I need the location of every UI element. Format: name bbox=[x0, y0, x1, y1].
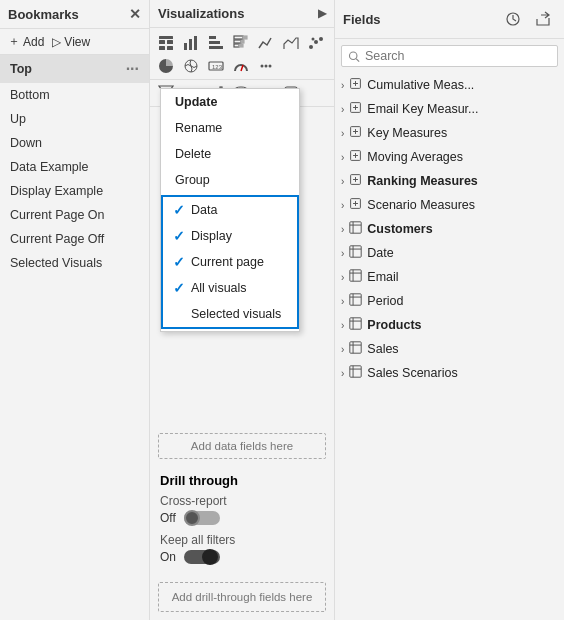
svg-rect-67 bbox=[350, 318, 361, 329]
field-group-period[interactable]: › Period bbox=[335, 289, 564, 313]
field-group-products[interactable]: › Products bbox=[335, 313, 564, 337]
bookmark-item-bottom[interactable]: Bottom··· bbox=[0, 83, 149, 107]
svg-point-26 bbox=[265, 65, 268, 68]
table-icon bbox=[349, 365, 362, 381]
svg-rect-61 bbox=[350, 270, 361, 281]
chevron-right-icon: › bbox=[341, 272, 344, 283]
context-menu-delete[interactable]: Delete bbox=[161, 141, 299, 167]
chevron-right-icon: › bbox=[341, 296, 344, 307]
context-menu: Update Rename Delete Group ✓ Data ✓ Disp… bbox=[160, 88, 300, 332]
search-input[interactable] bbox=[365, 49, 551, 63]
field-group-scenario-measures[interactable]: › Scenario Measures bbox=[335, 193, 564, 217]
context-menu-update[interactable]: Update bbox=[161, 89, 299, 115]
svg-rect-11 bbox=[234, 44, 239, 47]
cross-report-label: Cross-report bbox=[160, 494, 324, 508]
checkbox-selected-visuals[interactable]: ✓ Selected visuals bbox=[163, 301, 297, 327]
viz-icon-scatter[interactable] bbox=[304, 32, 328, 54]
viz-icon-map[interactable] bbox=[179, 55, 203, 77]
view-icon: ▷ bbox=[52, 35, 61, 49]
check-data-icon: ✓ bbox=[173, 202, 185, 218]
field-group-sales[interactable]: › Sales bbox=[335, 337, 564, 361]
keep-filters-toggle[interactable] bbox=[184, 550, 220, 564]
svg-rect-16 bbox=[243, 36, 247, 39]
viz-icon-line[interactable] bbox=[254, 32, 278, 54]
svg-rect-2 bbox=[167, 40, 173, 44]
bookmarks-view-button[interactable]: ▷ View bbox=[52, 35, 90, 49]
bookmarks-title-label: Bookmarks bbox=[8, 7, 79, 22]
keep-filters-toggle-thumb bbox=[202, 549, 218, 565]
chevron-right-icon: › bbox=[341, 344, 344, 355]
svg-rect-10 bbox=[209, 46, 223, 49]
viz-icon-area[interactable] bbox=[279, 32, 303, 54]
svg-rect-1 bbox=[159, 40, 165, 44]
drill-through-section: Drill through Cross-report Off Keep all … bbox=[150, 467, 334, 578]
cross-report-toggle[interactable] bbox=[184, 511, 220, 525]
table-icon bbox=[349, 293, 362, 309]
bookmarks-add-button[interactable]: ＋ Add bbox=[8, 33, 44, 50]
visualizations-expand-icon[interactable]: ▶ bbox=[318, 7, 326, 20]
check-display-icon: ✓ bbox=[173, 228, 185, 244]
bookmark-item-data-example[interactable]: Data Example··· bbox=[0, 155, 149, 179]
fields-share-button[interactable] bbox=[530, 6, 556, 32]
fields-clock-button[interactable] bbox=[500, 6, 526, 32]
viz-icon-bar[interactable] bbox=[179, 32, 203, 54]
context-menu-group[interactable]: Group bbox=[161, 167, 299, 193]
chevron-right-icon: › bbox=[341, 368, 344, 379]
svg-rect-3 bbox=[159, 46, 165, 50]
cross-report-toggle-thumb bbox=[184, 510, 200, 526]
viz-icon-gauge[interactable] bbox=[229, 55, 253, 77]
field-group-key-measures[interactable]: › Key Measures bbox=[335, 121, 564, 145]
checkbox-all-visuals[interactable]: ✓ All visuals bbox=[163, 275, 297, 301]
bookmarks-close-button[interactable]: ✕ bbox=[129, 6, 141, 22]
viz-icon-table[interactable] bbox=[154, 32, 178, 54]
viz-icon-more[interactable] bbox=[254, 55, 278, 77]
bookmark-item-current-page-off[interactable]: Current Page Off··· bbox=[0, 227, 149, 251]
checkbox-data[interactable]: ✓ Data bbox=[163, 197, 297, 223]
visualizations-panel: Visualizations ▶ bbox=[150, 0, 335, 620]
svg-rect-70 bbox=[350, 342, 361, 353]
field-group-email[interactable]: › Email bbox=[335, 265, 564, 289]
checkbox-display[interactable]: ✓ Display bbox=[163, 223, 297, 249]
context-menu-rename[interactable]: Rename bbox=[161, 115, 299, 141]
table-icon bbox=[349, 269, 362, 285]
bookmark-item-up[interactable]: Up··· bbox=[0, 107, 149, 131]
cross-report-toggle-row: Off bbox=[160, 511, 324, 525]
viz-icon-card[interactable]: 123 bbox=[204, 55, 228, 77]
add-drillthrough-fields-box[interactable]: Add drill-through fields here bbox=[158, 582, 326, 612]
field-group-email-key[interactable]: › Email Key Measur... bbox=[335, 97, 564, 121]
viz-icon-pie[interactable] bbox=[154, 55, 178, 77]
svg-point-25 bbox=[261, 65, 264, 68]
viz-icons-row: 123 bbox=[150, 28, 334, 80]
checkbox-current-page[interactable]: ✓ Current page bbox=[163, 249, 297, 275]
bookmark-item-down[interactable]: Down··· bbox=[0, 131, 149, 155]
bookmark-item-selected-visuals[interactable]: Selected Visuals··· bbox=[0, 251, 149, 275]
chevron-right-icon: › bbox=[341, 80, 344, 91]
bookmark-item-current-page-on[interactable]: Current Page On··· bbox=[0, 203, 149, 227]
field-group-cumulative[interactable]: › Cumulative Meas... bbox=[335, 73, 564, 97]
field-group-customers[interactable]: › Customers bbox=[335, 217, 564, 241]
field-group-ranking-measures[interactable]: › Ranking Measures bbox=[335, 169, 564, 193]
add-data-fields-box[interactable]: Add data fields here bbox=[158, 433, 326, 459]
fields-list: › Cumulative Meas...› Email Key Measur..… bbox=[335, 73, 564, 620]
check-current-page-icon: ✓ bbox=[173, 254, 185, 270]
search-box[interactable] bbox=[341, 45, 558, 67]
fields-panel-title: Fields bbox=[335, 0, 564, 39]
svg-point-35 bbox=[349, 52, 356, 59]
field-group-date[interactable]: › Date bbox=[335, 241, 564, 265]
bookmark-item-top[interactable]: Top··· bbox=[0, 55, 149, 83]
viz-icon-stacked[interactable] bbox=[229, 32, 253, 54]
keep-filters-label: Keep all filters bbox=[160, 533, 324, 547]
viz-icon-column[interactable] bbox=[204, 32, 228, 54]
keep-filters-toggle-row: On bbox=[160, 550, 324, 564]
field-group-sales-scenarios[interactable]: › Sales Scenarios bbox=[335, 361, 564, 385]
add-icon: ＋ bbox=[8, 33, 20, 50]
visualizations-title-label: Visualizations bbox=[158, 6, 244, 21]
check-all-visuals-icon: ✓ bbox=[173, 280, 185, 296]
svg-point-20 bbox=[312, 38, 315, 41]
table-icon bbox=[349, 317, 362, 333]
chevron-right-icon: › bbox=[341, 152, 344, 163]
bookmark-item-display-example[interactable]: Display Example··· bbox=[0, 179, 149, 203]
field-group-moving-averages[interactable]: › Moving Averages bbox=[335, 145, 564, 169]
cross-report-state-label: Off bbox=[160, 511, 176, 525]
svg-rect-55 bbox=[350, 222, 361, 233]
